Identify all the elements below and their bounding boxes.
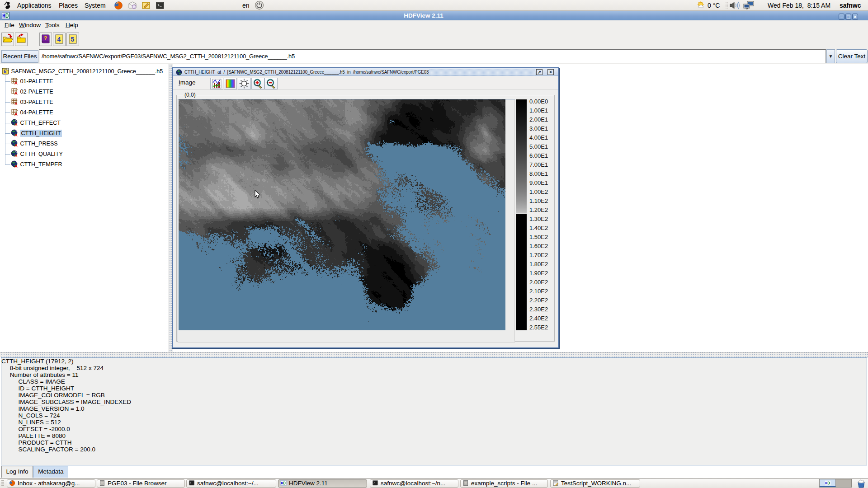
svg-text:A: A [14, 122, 18, 127]
svg-text:A: A [14, 101, 18, 106]
svg-text:A: A [14, 164, 18, 168]
svg-text:4: 4 [57, 36, 61, 43]
svg-text:A: A [14, 80, 18, 85]
svg-text:A: A [14, 91, 18, 95]
svg-text:A: A [14, 153, 18, 158]
svg-text:A: A [14, 132, 18, 137]
svg-text:?: ? [44, 35, 47, 42]
svg-text:A: A [14, 112, 18, 116]
svg-text:5: 5 [4, 69, 6, 74]
svg-text:5: 5 [71, 36, 75, 43]
svg-text:A: A [14, 143, 18, 147]
